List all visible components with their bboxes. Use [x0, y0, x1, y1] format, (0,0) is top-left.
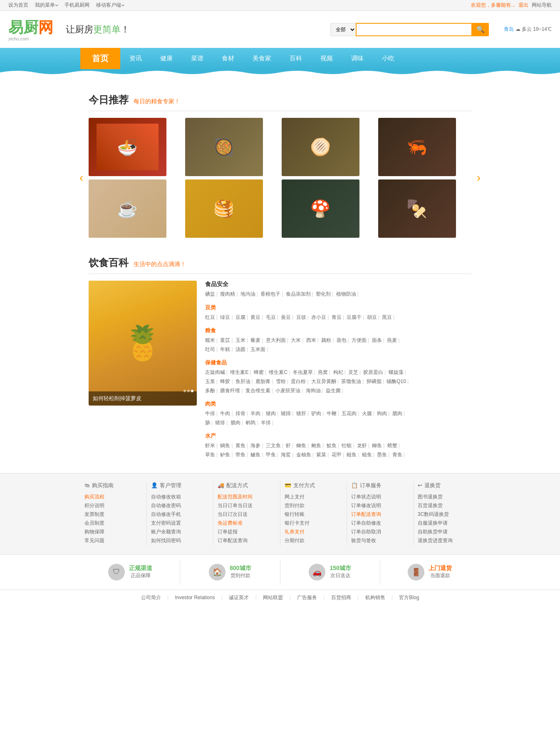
set-home-link[interactable]: 设为首页: [8, 2, 28, 9]
nav-item-news[interactable]: 资讯: [120, 48, 151, 69]
footer-link-talent[interactable]: 诚证英才: [229, 595, 249, 600]
link-3c-return[interactable]: 3C数码退换货: [418, 511, 449, 517]
nav-item-ingredients[interactable]: 食材: [213, 48, 243, 69]
link-pay-password[interactable]: 支付密码设置: [151, 520, 181, 526]
footer-links-shopping: 购买流程 积分说明 发票制度 会员制度 购物保障 常见问题: [84, 493, 142, 544]
link-membership[interactable]: 会员制度: [84, 520, 104, 526]
link-order-delivery-query[interactable]: 订单配送查询: [218, 538, 248, 543]
nav-item-gourmet[interactable]: 美食家: [243, 48, 280, 69]
nav-item-health[interactable]: 健康: [151, 48, 182, 69]
link-next-day[interactable]: 当日订次日送: [218, 511, 248, 517]
nav-wave: [0, 69, 560, 78]
footer-separator-7: |: [392, 595, 393, 600]
link-order-status[interactable]: 订单状态说明: [351, 494, 381, 500]
link-change-password[interactable]: 自动修改密码: [151, 503, 181, 508]
link-self-modify[interactable]: 订单自助修改: [351, 520, 381, 526]
link-same-day[interactable]: 当日订单当日送: [218, 503, 253, 508]
link-plasticizer[interactable]: 塑化剂: [316, 291, 331, 297]
nav-item-snacks[interactable]: 小吃: [373, 48, 404, 69]
carousel-left-arrow[interactable]: ‹: [76, 164, 87, 191]
encyclopedia-section: 饮食百科 生活中的点点滴滴！ 🍍 如何轻松削掉菠萝皮 食品安全: [80, 244, 480, 473]
link-bank-card[interactable]: 银行卡支付: [285, 520, 310, 526]
search-input[interactable]: [356, 23, 472, 36]
footer-link-ads[interactable]: 广告服务: [297, 595, 317, 600]
list-item: 分期付款: [285, 537, 342, 544]
link-goods-return[interactable]: 百货退换货: [418, 503, 443, 508]
link-invoice[interactable]: 发票制度: [84, 511, 104, 517]
badge-return-sub: 当面退款: [429, 572, 452, 579]
food-item-1[interactable]: 🍜: [89, 118, 166, 176]
nav-item-seasoning[interactable]: 调味: [342, 48, 373, 69]
link-change-mailbox[interactable]: 自动修改收箱: [151, 494, 181, 500]
food-item-4[interactable]: 🦐: [378, 118, 456, 176]
link-self-return-apply[interactable]: 自服退换申请: [418, 520, 448, 526]
link-bank-transfer[interactable]: 银行转账: [285, 511, 305, 517]
returns-icon: ↩: [418, 482, 422, 488]
link-free-shipping[interactable]: 免运费标准: [218, 520, 243, 526]
logout-link[interactable]: 退出: [518, 2, 528, 9]
link-points[interactable]: 积分说明: [84, 503, 104, 508]
food-item-3[interactable]: 🫓: [282, 118, 359, 176]
featured-image[interactable]: 🍍 如何轻松削掉菠萝皮: [89, 281, 197, 406]
footer-link-about[interactable]: 公司简介: [141, 595, 161, 600]
list-item: 货到付款: [285, 502, 342, 509]
footer-link-alliance[interactable]: 网站联盟: [263, 595, 283, 600]
mobile-client-dropdown[interactable]: 移动客户端: [96, 2, 124, 9]
link-salt[interactable]: 碘盐: [205, 291, 215, 297]
link-voucher[interactable]: 礼券支付: [285, 529, 305, 535]
food-item-8[interactable]: 🍢: [378, 179, 456, 238]
link-receipt[interactable]: 验货与签收: [351, 538, 376, 543]
dot-2: [187, 390, 190, 392]
footer-link-investor[interactable]: Investor Relations: [175, 595, 215, 600]
footer-col-payment: 💳 支付方式 网上支付 货到付款 银行转账 银行卡支付 礼券支付 分期付款: [280, 482, 347, 546]
footer-link-institutional[interactable]: 机构销售: [365, 595, 385, 600]
food-item-2[interactable]: 🥘: [185, 118, 263, 176]
footer-separator-1: |: [167, 595, 168, 600]
link-delivery-range[interactable]: 配送范围及时间: [218, 494, 253, 500]
link-change-phone[interactable]: 自动修改手机: [151, 511, 181, 517]
link-order-query[interactable]: 订单配送查询: [351, 511, 381, 517]
search-category-select[interactable]: 全部: [330, 23, 356, 36]
my-recipes-dropdown[interactable]: 我的菜单: [35, 2, 58, 9]
nav-home[interactable]: 首页: [80, 48, 120, 69]
link-order-modify-desc[interactable]: 订单修改说明: [351, 503, 381, 508]
category-food-safety: 食品安全 碘盐| 瘦肉精| 地沟油| 香精包子| 食品添加剂| 塑化剂| 植物防…: [205, 281, 471, 299]
link-flavoring-bun[interactable]: 香精包子: [260, 291, 280, 297]
link-return-progress[interactable]: 退换货进度查询: [418, 538, 453, 543]
food-item-7[interactable]: 🍄: [282, 179, 359, 238]
link-plant-oil[interactable]: 植物防油: [336, 291, 356, 297]
footer-separator-3: |: [255, 595, 257, 600]
link-book-return[interactable]: 图书退换货: [418, 494, 443, 500]
search-button[interactable]: 🔍: [472, 23, 489, 36]
link-cod[interactable]: 货到付款: [285, 503, 305, 508]
link-trench-oil[interactable]: 地沟油: [240, 291, 255, 297]
link-online-pay[interactable]: 网上支付: [285, 494, 305, 500]
link-recover-password[interactable]: 如何找回密码: [151, 538, 181, 543]
mobile-link[interactable]: 手机易厨网: [64, 2, 89, 9]
link-process[interactable]: 购买流程: [84, 494, 104, 500]
food-item-6[interactable]: 🥞: [185, 179, 263, 238]
logo-name: 易厨网: [8, 17, 53, 38]
site-guide-link[interactable]: 网站导航: [532, 2, 552, 9]
link-self-cancel[interactable]: 订单自助取消: [351, 529, 381, 535]
nav-item-encyclopedia[interactable]: 百科: [280, 48, 311, 69]
link-balance[interactable]: 账户余额查询: [151, 529, 181, 535]
footer-link-blog[interactable]: 官方Blog: [399, 595, 419, 600]
category-meat: 肉类 牛排| 牛肉| 排骨| 羊肉| 猪肉| 猪蹄| 猪肝| 驴肉| 牛鞭| 五…: [205, 400, 471, 427]
footer-link-business[interactable]: 百货招商: [331, 595, 351, 600]
list-item: 免运费标准: [218, 520, 275, 527]
link-food-additive[interactable]: 食品添加剂: [286, 291, 311, 297]
link-exchange-apply[interactable]: 自助换货申请: [418, 529, 448, 535]
food-item-5[interactable]: ☕: [89, 179, 166, 238]
badge-cities-sub: 货到付款: [230, 572, 251, 579]
logo[interactable]: 易厨网 yichu.com: [8, 17, 53, 41]
nav-item-video[interactable]: 视频: [311, 48, 342, 69]
link-lean[interactable]: 瘦肉精: [220, 291, 235, 297]
list-item: 订单状态说明: [351, 493, 409, 500]
nav-item-recipes[interactable]: 菜谱: [182, 48, 213, 69]
carousel-right-arrow[interactable]: ›: [473, 164, 484, 191]
link-installment[interactable]: 分期付款: [285, 538, 305, 543]
link-faq[interactable]: 常见问题: [84, 538, 104, 543]
link-order-report[interactable]: 订单提报: [218, 529, 238, 535]
link-protection[interactable]: 购物保障: [84, 529, 104, 535]
